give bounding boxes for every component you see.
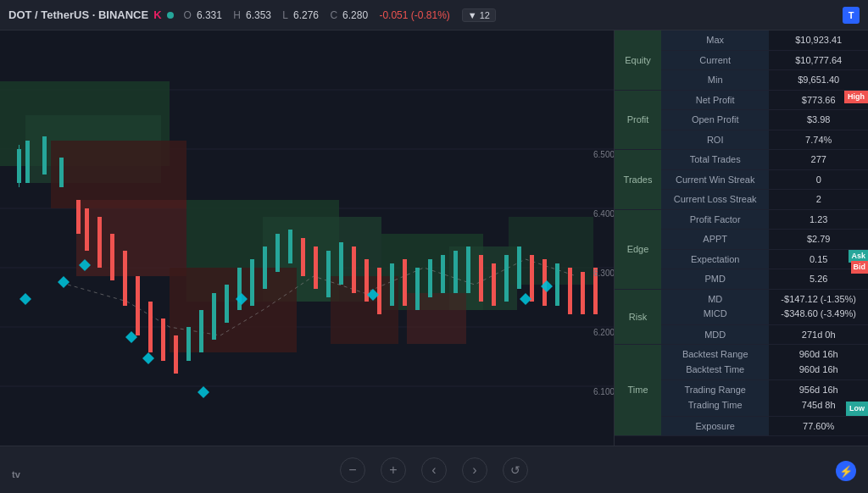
symbol-display: DOT / TetherUS · BINANCE K — [8, 8, 174, 21]
open-profit-value: $3.98 — [769, 110, 868, 130]
svg-rect-42 — [301, 238, 305, 276]
svg-rect-57 — [492, 263, 496, 306]
svg-rect-28 — [123, 251, 127, 306]
stats-panel: Equity Max $10,923.41 Current $10,777.64… — [614, 30, 868, 446]
svg-rect-15 — [76, 200, 186, 276]
svg-rect-32 — [174, 335, 178, 374]
expectation-value: 0.15 Ask Bid — [769, 249, 868, 269]
appt-label: APPT — [661, 230, 769, 250]
svg-rect-22 — [42, 136, 47, 174]
backtest-value: 960d 16h 960d 16h — [769, 345, 868, 380]
svg-rect-14 — [51, 141, 186, 208]
ohlc-values: O6.331 H6.353 L6.276 C6.280 -0.051 (-0.8… — [184, 9, 455, 21]
svg-rect-60 — [530, 255, 534, 302]
roi-value: 7.74% — [769, 130, 868, 150]
svg-rect-34 — [199, 310, 203, 352]
svg-rect-24 — [76, 200, 81, 234]
trades-section-label: Trades — [615, 150, 661, 210]
svg-rect-63 — [568, 268, 572, 314]
svg-rect-35 — [212, 293, 216, 340]
svg-rect-59 — [517, 246, 521, 289]
open-profit-label: Open Profit — [661, 110, 769, 130]
mdd-label: MDD — [661, 324, 769, 345]
total-trades-value: 277 — [769, 150, 868, 170]
svg-rect-64 — [581, 272, 585, 314]
profit-netprofit-row: Profit Net Profit $773.66 High — [615, 90, 868, 110]
low-label: L — [282, 9, 288, 21]
min-label: Min — [661, 70, 769, 91]
trading-label: Trading Range Trading Time — [661, 380, 769, 416]
net-profit-label: Net Profit — [661, 90, 769, 110]
svg-rect-45 — [339, 242, 343, 285]
svg-rect-29 — [136, 276, 140, 335]
profit-factor-label: Profit Factor — [661, 209, 769, 230]
time-backtest-row: Time Backtest Range Backtest Time 960d 1… — [615, 345, 868, 380]
appt-value: $2.79 — [769, 230, 868, 250]
interval-badge[interactable]: ▼ 12 — [462, 8, 496, 22]
minus-icon: − — [348, 463, 356, 478]
open-label: O — [184, 9, 192, 21]
high-value: 6.353 — [246, 9, 271, 21]
svg-rect-49 — [390, 263, 394, 306]
win-streak-label: Current Win Streak — [661, 169, 769, 190]
zoom-in-button[interactable]: + — [381, 457, 406, 483]
svg-text:6.200: 6.200 — [593, 328, 614, 337]
svg-rect-21 — [25, 141, 30, 183]
svg-rect-39 — [263, 246, 267, 289]
next-icon: › — [472, 463, 476, 478]
lightning-button[interactable]: ⚡ — [836, 461, 856, 481]
svg-rect-41 — [288, 230, 292, 263]
profit-section-label: Profit — [615, 90, 661, 150]
zoom-out-button[interactable]: − — [340, 457, 365, 483]
plus-icon: + — [389, 463, 397, 478]
svg-rect-38 — [250, 259, 254, 306]
svg-rect-52 — [428, 259, 432, 297]
change-value: -0.051 (-0.81%) — [379, 9, 449, 21]
svg-rect-56 — [479, 255, 483, 302]
svg-rect-25 — [85, 208, 89, 251]
svg-rect-62 — [555, 263, 559, 306]
svg-text:6.400: 6.400 — [593, 209, 614, 219]
time-section-label: Time — [615, 345, 661, 436]
win-streak-value: 0 — [769, 169, 868, 190]
net-profit-value: $773.66 High — [769, 90, 868, 110]
edge-section-label: Edge — [615, 209, 661, 289]
equity-section-label: Equity — [615, 30, 661, 90]
lightning-icon: ⚡ — [839, 465, 853, 478]
close-label: C — [330, 9, 337, 21]
svg-rect-26 — [97, 217, 102, 268]
prev-button[interactable]: ‹ — [421, 457, 447, 483]
price-chart: 6.500 6.400 6.300 6.200 6.100 — [0, 30, 614, 446]
tv-brand-icon: T — [849, 10, 854, 20]
current-equity-value: $10,777.64 — [769, 50, 868, 70]
close-value: 6.280 — [342, 9, 368, 21]
trading-value: 956d 16h 745d 8hLow — [769, 380, 868, 416]
profit-factor-value: 1.23 — [769, 209, 868, 230]
expectation-label: Expectation — [661, 249, 769, 269]
pmd-label: PMD — [661, 269, 769, 290]
chart-area: 6.500 6.400 6.300 6.200 6.100 — [0, 30, 614, 446]
reset-icon: ↺ — [510, 463, 520, 477]
stats-table: Equity Max $10,923.41 Current $10,777.64… — [615, 30, 868, 436]
next-button[interactable]: › — [462, 457, 487, 483]
symbol-name: DOT / TetherUS · BINANCE — [8, 8, 148, 21]
svg-rect-33 — [186, 327, 191, 361]
svg-rect-44 — [326, 251, 331, 297]
loss-streak-label: Current Loss Streak — [661, 190, 769, 210]
high-label: H — [233, 9, 241, 21]
svg-rect-30 — [148, 302, 153, 352]
svg-rect-48 — [377, 268, 381, 314]
svg-rect-54 — [453, 251, 458, 293]
svg-rect-36 — [225, 285, 229, 323]
bottom-toolbar: tv − + ‹ › ↺ ⚡ — [0, 446, 868, 493]
svg-text:6.300: 6.300 — [593, 269, 614, 278]
svg-text:6.100: 6.100 — [593, 387, 614, 396]
equity-max-row: Equity Max $10,923.41 — [615, 30, 868, 50]
svg-rect-51 — [415, 268, 420, 310]
risk-md-row: Risk MD MICD -$147.12 (-1.35%) -$348.60 … — [615, 289, 868, 324]
k-icon: K — [153, 8, 161, 21]
svg-rect-23 — [59, 158, 64, 187]
reset-button[interactable]: ↺ — [503, 457, 528, 483]
low-badge: Low — [846, 402, 868, 415]
risk-section-label: Risk — [615, 289, 661, 345]
